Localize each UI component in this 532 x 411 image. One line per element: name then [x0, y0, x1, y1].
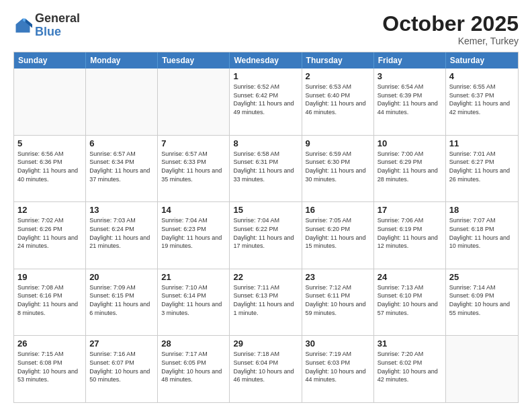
weekday-header: Tuesday [158, 52, 230, 68]
day-number: 20 [89, 272, 154, 282]
day-number: 15 [233, 205, 298, 215]
day-number: 11 [449, 138, 515, 148]
cell-info: Sunrise: 7:14 AM Sunset: 6:09 PM Dayligh… [449, 283, 515, 317]
day-number: 24 [378, 272, 442, 282]
weekday-header: Saturday [446, 52, 518, 68]
weekday-header: Wednesday [230, 52, 302, 68]
cell-info: Sunrise: 6:58 AM Sunset: 6:31 PM Dayligh… [233, 150, 298, 183]
cell-info: Sunrise: 7:00 AM Sunset: 6:29 PM Dayligh… [378, 150, 442, 183]
calendar-header: SundayMondayTuesdayWednesdayThursdayFrid… [14, 52, 518, 68]
day-number: 27 [89, 338, 154, 349]
day-number: 26 [17, 338, 82, 349]
calendar-row: 12Sunrise: 7:02 AM Sunset: 6:26 PM Dayli… [14, 201, 518, 269]
day-number: 7 [161, 138, 226, 148]
logo-text: General Blue [35, 12, 80, 39]
calendar-cell: 24Sunrise: 7:13 AM Sunset: 6:10 PM Dayli… [374, 269, 446, 336]
cell-info: Sunrise: 7:01 AM Sunset: 6:27 PM Dayligh… [449, 150, 515, 183]
calendar-cell: 20Sunrise: 7:09 AM Sunset: 6:15 PM Dayli… [86, 269, 158, 336]
cell-info: Sunrise: 6:56 AM Sunset: 6:36 PM Dayligh… [17, 150, 82, 183]
calendar-cell: 6Sunrise: 6:57 AM Sunset: 6:34 PM Daylig… [86, 136, 158, 202]
calendar-cell: 4Sunrise: 6:55 AM Sunset: 6:37 PM Daylig… [446, 68, 518, 135]
calendar-cell: 13Sunrise: 7:03 AM Sunset: 6:24 PM Dayli… [86, 202, 158, 269]
cell-info: Sunrise: 6:55 AM Sunset: 6:37 PM Dayligh… [449, 83, 515, 116]
day-number: 2 [306, 71, 370, 81]
day-number: 31 [378, 338, 442, 349]
calendar-cell: 7Sunrise: 6:57 AM Sunset: 6:33 PM Daylig… [158, 136, 230, 202]
cell-info: Sunrise: 7:17 AM Sunset: 6:05 PM Dayligh… [161, 350, 226, 383]
cell-info: Sunrise: 7:03 AM Sunset: 6:24 PM Dayligh… [89, 216, 154, 250]
cell-info: Sunrise: 6:57 AM Sunset: 6:33 PM Dayligh… [161, 150, 226, 183]
calendar-cell [86, 68, 158, 135]
day-number: 10 [378, 138, 442, 148]
header: General Blue October 2025 Kemer, Turkey [13, 12, 519, 46]
calendar-cell [158, 68, 230, 135]
day-number: 19 [17, 272, 82, 282]
cell-info: Sunrise: 7:05 AM Sunset: 6:20 PM Dayligh… [306, 216, 370, 250]
calendar-row: 26Sunrise: 7:15 AM Sunset: 6:08 PM Dayli… [14, 335, 518, 402]
location: Kemer, Turkey [382, 36, 519, 46]
cell-info: Sunrise: 6:53 AM Sunset: 6:40 PM Dayligh… [306, 83, 370, 116]
cell-info: Sunrise: 7:16 AM Sunset: 6:07 PM Dayligh… [89, 350, 154, 383]
cell-info: Sunrise: 7:06 AM Sunset: 6:19 PM Dayligh… [378, 216, 442, 250]
cell-info: Sunrise: 7:11 AM Sunset: 6:13 PM Dayligh… [233, 283, 298, 317]
calendar-cell: 19Sunrise: 7:08 AM Sunset: 6:16 PM Dayli… [14, 269, 86, 336]
calendar-cell: 14Sunrise: 7:04 AM Sunset: 6:23 PM Dayli… [158, 202, 230, 269]
cell-info: Sunrise: 7:08 AM Sunset: 6:16 PM Dayligh… [17, 283, 82, 317]
calendar-cell: 3Sunrise: 6:54 AM Sunset: 6:39 PM Daylig… [374, 68, 446, 135]
day-number: 14 [161, 205, 226, 215]
calendar-cell: 21Sunrise: 7:10 AM Sunset: 6:14 PM Dayli… [158, 269, 230, 336]
calendar-cell: 10Sunrise: 7:00 AM Sunset: 6:29 PM Dayli… [374, 136, 446, 202]
calendar-cell: 29Sunrise: 7:18 AM Sunset: 6:04 PM Dayli… [230, 336, 302, 402]
day-number: 5 [17, 138, 82, 148]
cell-info: Sunrise: 7:18 AM Sunset: 6:04 PM Dayligh… [233, 350, 298, 383]
cell-info: Sunrise: 7:20 AM Sunset: 6:02 PM Dayligh… [378, 350, 442, 383]
cell-info: Sunrise: 6:57 AM Sunset: 6:34 PM Dayligh… [89, 150, 154, 183]
calendar-cell: 22Sunrise: 7:11 AM Sunset: 6:13 PM Dayli… [230, 269, 302, 336]
calendar-cell: 8Sunrise: 6:58 AM Sunset: 6:31 PM Daylig… [230, 136, 302, 202]
calendar-cell: 30Sunrise: 7:19 AM Sunset: 6:03 PM Dayli… [302, 336, 374, 402]
cell-info: Sunrise: 7:15 AM Sunset: 6:08 PM Dayligh… [17, 350, 82, 383]
calendar-cell: 27Sunrise: 7:16 AM Sunset: 6:07 PM Dayli… [86, 336, 158, 402]
calendar-cell: 15Sunrise: 7:04 AM Sunset: 6:22 PM Dayli… [230, 202, 302, 269]
weekday-header: Friday [374, 52, 446, 68]
day-number: 1 [233, 71, 298, 81]
calendar-cell: 26Sunrise: 7:15 AM Sunset: 6:08 PM Dayli… [14, 336, 86, 402]
cell-info: Sunrise: 7:04 AM Sunset: 6:23 PM Dayligh… [161, 216, 226, 250]
day-number: 18 [449, 205, 515, 215]
logo: General Blue [13, 12, 80, 39]
day-number: 3 [378, 71, 442, 81]
cell-info: Sunrise: 7:13 AM Sunset: 6:10 PM Dayligh… [378, 283, 442, 317]
cell-info: Sunrise: 7:12 AM Sunset: 6:11 PM Dayligh… [306, 283, 370, 317]
calendar-cell: 11Sunrise: 7:01 AM Sunset: 6:27 PM Dayli… [446, 136, 518, 202]
calendar-cell: 2Sunrise: 6:53 AM Sunset: 6:40 PM Daylig… [302, 68, 374, 135]
calendar-page: General Blue October 2025 Kemer, Turkey … [0, 0, 532, 411]
day-number: 8 [233, 138, 298, 148]
calendar-cell: 12Sunrise: 7:02 AM Sunset: 6:26 PM Dayli… [14, 202, 86, 269]
logo-icon [13, 16, 32, 35]
calendar-row: 5Sunrise: 6:56 AM Sunset: 6:36 PM Daylig… [14, 135, 518, 202]
cell-info: Sunrise: 7:02 AM Sunset: 6:26 PM Dayligh… [17, 216, 82, 250]
day-number: 6 [89, 138, 154, 148]
day-number: 28 [161, 338, 226, 349]
cell-info: Sunrise: 7:04 AM Sunset: 6:22 PM Dayligh… [233, 216, 298, 250]
cell-info: Sunrise: 7:10 AM Sunset: 6:14 PM Dayligh… [161, 283, 226, 317]
calendar-cell: 5Sunrise: 6:56 AM Sunset: 6:36 PM Daylig… [14, 136, 86, 202]
calendar-cell: 9Sunrise: 6:59 AM Sunset: 6:30 PM Daylig… [302, 136, 374, 202]
cell-info: Sunrise: 6:54 AM Sunset: 6:39 PM Dayligh… [378, 83, 442, 116]
day-number: 30 [306, 338, 370, 349]
calendar-cell: 28Sunrise: 7:17 AM Sunset: 6:05 PM Dayli… [158, 336, 230, 402]
calendar-cell [446, 336, 518, 402]
day-number: 21 [161, 272, 226, 282]
calendar-cell: 23Sunrise: 7:12 AM Sunset: 6:11 PM Dayli… [302, 269, 374, 336]
day-number: 17 [378, 205, 442, 215]
cell-info: Sunrise: 7:19 AM Sunset: 6:03 PM Dayligh… [306, 350, 370, 383]
calendar-cell [14, 68, 86, 135]
calendar-body: 1Sunrise: 6:52 AM Sunset: 6:42 PM Daylig… [14, 68, 518, 402]
month-title: October 2025 [382, 12, 519, 36]
calendar-row: 1Sunrise: 6:52 AM Sunset: 6:42 PM Daylig… [14, 68, 518, 135]
calendar-cell: 25Sunrise: 7:14 AM Sunset: 6:09 PM Dayli… [446, 269, 518, 336]
calendar-cell: 1Sunrise: 6:52 AM Sunset: 6:42 PM Daylig… [230, 68, 302, 135]
cell-info: Sunrise: 7:09 AM Sunset: 6:15 PM Dayligh… [89, 283, 154, 317]
calendar-cell: 16Sunrise: 7:05 AM Sunset: 6:20 PM Dayli… [302, 202, 374, 269]
day-number: 29 [233, 338, 298, 349]
